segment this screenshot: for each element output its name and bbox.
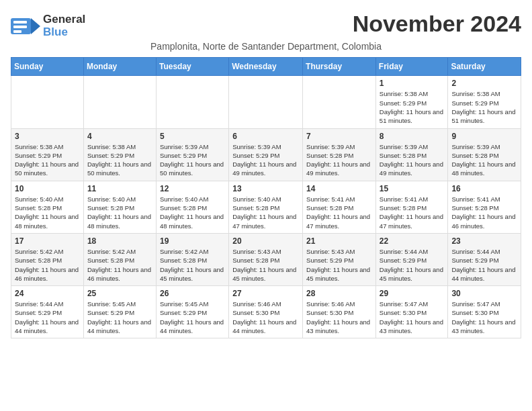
calendar-cell: 24Sunrise: 5:44 AM Sunset: 5:29 PM Dayli… bbox=[11, 286, 84, 338]
day-number: 17 bbox=[15, 236, 80, 246]
calendar-cell: 14Sunrise: 5:41 AM Sunset: 5:28 PM Dayli… bbox=[303, 181, 376, 233]
day-info: Sunrise: 5:43 AM Sunset: 5:29 PM Dayligh… bbox=[306, 247, 372, 283]
day-info: Sunrise: 5:40 AM Sunset: 5:28 PM Dayligh… bbox=[160, 195, 225, 230]
calendar-cell: 17Sunrise: 5:42 AM Sunset: 5:28 PM Dayli… bbox=[11, 233, 84, 285]
calendar-week-row: 24Sunrise: 5:44 AM Sunset: 5:29 PM Dayli… bbox=[11, 286, 521, 338]
calendar-week-row: 10Sunrise: 5:40 AM Sunset: 5:28 PM Dayli… bbox=[11, 181, 521, 233]
day-number: 6 bbox=[232, 132, 299, 141]
day-info: Sunrise: 5:47 AM Sunset: 5:30 PM Dayligh… bbox=[380, 300, 445, 335]
day-info: Sunrise: 5:42 AM Sunset: 5:28 PM Dayligh… bbox=[15, 247, 80, 283]
weekday-header-row: SundayMondayTuesdayWednesdayThursdayFrid… bbox=[11, 58, 521, 76]
calendar-cell: 29Sunrise: 5:47 AM Sunset: 5:30 PM Dayli… bbox=[375, 286, 448, 338]
day-number: 13 bbox=[232, 184, 299, 193]
svg-rect-3 bbox=[13, 26, 27, 28]
calendar-cell: 15Sunrise: 5:41 AM Sunset: 5:28 PM Dayli… bbox=[375, 181, 448, 233]
location: Pamplonita, Norte de Santander Departmen… bbox=[11, 41, 521, 52]
day-number: 2 bbox=[451, 79, 517, 88]
day-info: Sunrise: 5:45 AM Sunset: 5:29 PM Dayligh… bbox=[87, 300, 152, 335]
weekday-header-thursday: Thursday bbox=[303, 58, 376, 76]
calendar-cell bbox=[229, 76, 303, 128]
calendar-week-row: 1Sunrise: 5:38 AM Sunset: 5:29 PM Daylig… bbox=[11, 76, 521, 128]
day-info: Sunrise: 5:41 AM Sunset: 5:28 PM Dayligh… bbox=[380, 195, 445, 230]
day-info: Sunrise: 5:47 AM Sunset: 5:30 PM Dayligh… bbox=[451, 300, 517, 335]
calendar-cell: 25Sunrise: 5:45 AM Sunset: 5:29 PM Dayli… bbox=[83, 286, 156, 338]
calendar-cell: 2Sunrise: 5:38 AM Sunset: 5:29 PM Daylig… bbox=[448, 76, 521, 128]
month-title: November 2024 bbox=[353, 11, 521, 37]
day-number: 3 bbox=[15, 132, 80, 141]
calendar-table: SundayMondayTuesdayWednesdayThursdayFrid… bbox=[11, 57, 521, 338]
day-number: 23 bbox=[451, 236, 517, 246]
logo-general: General bbox=[43, 13, 85, 26]
weekday-header-friday: Friday bbox=[375, 58, 448, 76]
svg-rect-2 bbox=[13, 21, 27, 24]
calendar-cell: 21Sunrise: 5:43 AM Sunset: 5:29 PM Dayli… bbox=[303, 233, 376, 285]
day-number: 11 bbox=[87, 184, 152, 193]
calendar-cell: 19Sunrise: 5:42 AM Sunset: 5:28 PM Dayli… bbox=[156, 233, 228, 285]
day-number: 5 bbox=[160, 132, 225, 141]
calendar-cell: 9Sunrise: 5:39 AM Sunset: 5:28 PM Daylig… bbox=[448, 128, 521, 181]
calendar-cell: 4Sunrise: 5:38 AM Sunset: 5:29 PM Daylig… bbox=[83, 128, 156, 181]
day-info: Sunrise: 5:44 AM Sunset: 5:29 PM Dayligh… bbox=[451, 247, 517, 283]
day-number: 18 bbox=[87, 236, 152, 246]
day-number: 4 bbox=[87, 132, 152, 141]
day-info: Sunrise: 5:38 AM Sunset: 5:29 PM Dayligh… bbox=[380, 89, 445, 125]
day-number: 10 bbox=[15, 184, 80, 193]
calendar-cell: 13Sunrise: 5:40 AM Sunset: 5:28 PM Dayli… bbox=[229, 181, 303, 233]
calendar-cell: 16Sunrise: 5:41 AM Sunset: 5:28 PM Dayli… bbox=[448, 181, 521, 233]
day-number: 7 bbox=[306, 132, 372, 141]
day-info: Sunrise: 5:38 AM Sunset: 5:29 PM Dayligh… bbox=[15, 142, 80, 178]
day-info: Sunrise: 5:46 AM Sunset: 5:30 PM Dayligh… bbox=[306, 300, 372, 335]
day-info: Sunrise: 5:41 AM Sunset: 5:28 PM Dayligh… bbox=[306, 195, 372, 230]
day-info: Sunrise: 5:38 AM Sunset: 5:29 PM Dayligh… bbox=[87, 142, 152, 178]
calendar-cell: 28Sunrise: 5:46 AM Sunset: 5:30 PM Dayli… bbox=[303, 286, 376, 338]
weekday-header-wednesday: Wednesday bbox=[229, 58, 303, 76]
page-header: General Blue November 2024 bbox=[11, 11, 521, 38]
day-number: 29 bbox=[380, 289, 445, 298]
day-number: 25 bbox=[87, 289, 152, 298]
calendar-cell: 22Sunrise: 5:44 AM Sunset: 5:29 PM Dayli… bbox=[375, 233, 448, 285]
day-info: Sunrise: 5:39 AM Sunset: 5:28 PM Dayligh… bbox=[451, 142, 517, 178]
day-info: Sunrise: 5:39 AM Sunset: 5:28 PM Dayligh… bbox=[306, 142, 372, 178]
calendar-cell: 12Sunrise: 5:40 AM Sunset: 5:28 PM Dayli… bbox=[156, 181, 228, 233]
calendar-cell: 23Sunrise: 5:44 AM Sunset: 5:29 PM Dayli… bbox=[448, 233, 521, 285]
calendar-week-row: 3Sunrise: 5:38 AM Sunset: 5:29 PM Daylig… bbox=[11, 128, 521, 181]
day-number: 16 bbox=[451, 184, 517, 193]
day-number: 9 bbox=[451, 132, 517, 141]
calendar-week-row: 17Sunrise: 5:42 AM Sunset: 5:28 PM Dayli… bbox=[11, 233, 521, 285]
day-number: 28 bbox=[306, 289, 372, 298]
logo-blue: Blue bbox=[43, 26, 85, 39]
day-info: Sunrise: 5:39 AM Sunset: 5:29 PM Dayligh… bbox=[160, 142, 225, 178]
day-number: 19 bbox=[160, 236, 225, 246]
day-number: 27 bbox=[232, 289, 299, 298]
calendar-cell bbox=[303, 76, 376, 128]
calendar-cell bbox=[156, 76, 228, 128]
calendar-cell: 8Sunrise: 5:39 AM Sunset: 5:28 PM Daylig… bbox=[375, 128, 448, 181]
day-number: 20 bbox=[232, 236, 299, 246]
day-info: Sunrise: 5:38 AM Sunset: 5:29 PM Dayligh… bbox=[451, 89, 517, 125]
calendar-cell: 1Sunrise: 5:38 AM Sunset: 5:29 PM Daylig… bbox=[375, 76, 448, 128]
weekday-header-saturday: Saturday bbox=[448, 58, 521, 76]
day-number: 26 bbox=[160, 289, 225, 298]
day-info: Sunrise: 5:42 AM Sunset: 5:28 PM Dayligh… bbox=[160, 247, 225, 283]
logo: General Blue bbox=[11, 13, 85, 38]
day-info: Sunrise: 5:46 AM Sunset: 5:30 PM Dayligh… bbox=[232, 300, 299, 335]
logo-icon bbox=[11, 15, 40, 37]
weekday-header-tuesday: Tuesday bbox=[156, 58, 228, 76]
calendar-cell: 3Sunrise: 5:38 AM Sunset: 5:29 PM Daylig… bbox=[11, 128, 84, 181]
day-info: Sunrise: 5:44 AM Sunset: 5:29 PM Dayligh… bbox=[15, 300, 80, 335]
day-info: Sunrise: 5:40 AM Sunset: 5:28 PM Dayligh… bbox=[232, 195, 299, 230]
calendar-cell: 30Sunrise: 5:47 AM Sunset: 5:30 PM Dayli… bbox=[448, 286, 521, 338]
calendar-cell: 20Sunrise: 5:43 AM Sunset: 5:28 PM Dayli… bbox=[229, 233, 303, 285]
calendar-cell: 11Sunrise: 5:40 AM Sunset: 5:28 PM Dayli… bbox=[83, 181, 156, 233]
calendar-cell: 10Sunrise: 5:40 AM Sunset: 5:28 PM Dayli… bbox=[11, 181, 84, 233]
calendar-cell bbox=[11, 76, 84, 128]
calendar-cell: 26Sunrise: 5:45 AM Sunset: 5:29 PM Dayli… bbox=[156, 286, 228, 338]
calendar-cell: 18Sunrise: 5:42 AM Sunset: 5:28 PM Dayli… bbox=[83, 233, 156, 285]
day-info: Sunrise: 5:45 AM Sunset: 5:29 PM Dayligh… bbox=[160, 300, 225, 335]
calendar-cell: 7Sunrise: 5:39 AM Sunset: 5:28 PM Daylig… bbox=[303, 128, 376, 181]
day-number: 24 bbox=[15, 289, 80, 298]
day-info: Sunrise: 5:44 AM Sunset: 5:29 PM Dayligh… bbox=[380, 247, 445, 283]
calendar-cell: 6Sunrise: 5:39 AM Sunset: 5:29 PM Daylig… bbox=[229, 128, 303, 181]
calendar-cell: 5Sunrise: 5:39 AM Sunset: 5:29 PM Daylig… bbox=[156, 128, 228, 181]
day-number: 30 bbox=[451, 289, 517, 298]
